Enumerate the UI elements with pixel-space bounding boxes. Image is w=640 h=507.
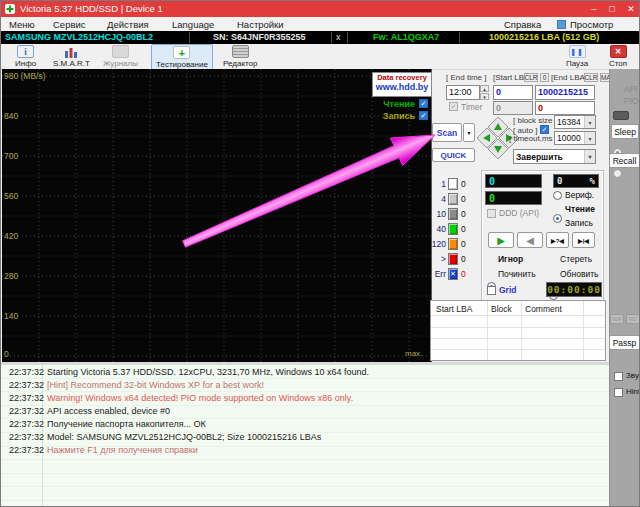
refresh-label: Обновить (560, 269, 599, 279)
toolbar-smart-button[interactable]: S.M.A.R.T (53, 45, 90, 68)
quick-button[interactable]: QUICK (432, 148, 475, 162)
ddd-checkbox[interactable] (487, 209, 496, 218)
pio-label: PIO (624, 96, 639, 106)
minimize-button[interactable]: – (585, 1, 603, 17)
device-firmware: Fw: AL1QGXA7 (373, 32, 439, 42)
col-block[interactable]: Block (491, 304, 512, 314)
defect-table[interactable]: Start LBA Block Comment (430, 300, 606, 361)
device-info-bar: SAMSUNG MZVL2512HCJQ-00BL2 SN: S64JNF0R3… (1, 31, 640, 44)
menu-item-settings[interactable]: Настройки (237, 19, 284, 30)
scan-button[interactable]: Scan (432, 123, 462, 142)
block-size-select[interactable]: 16384 ▾ (554, 115, 596, 129)
timer-checkbox[interactable]: ✓ (449, 102, 458, 111)
ytick-0: 0 (4, 349, 9, 359)
toolbar-pause-button[interactable]: ❚❚ Пауза (566, 45, 588, 68)
device-close-button[interactable]: x (336, 32, 341, 42)
grade-max-swatch (448, 253, 458, 265)
device-capacity: 1000215216 LBA (512 GB) (489, 32, 599, 42)
recall-button[interactable]: Recall (609, 153, 640, 168)
ytick-560: 560 (4, 191, 18, 201)
title-bar: Victoria 5.37 HDD/SSD | Device 1 – □ ✕ (1, 1, 640, 17)
hints-checkbox[interactable] (614, 388, 623, 397)
victoria-window: Victoria 5.37 HDD/SSD | Device 1 – □ ✕ М… (0, 0, 640, 507)
maximize-button[interactable]: □ (603, 1, 621, 17)
scan-dropdown-button[interactable]: ▾ (463, 123, 475, 142)
timeout-select[interactable]: 10000 ▾ (554, 131, 596, 145)
ignore-label: Игнор (498, 254, 523, 264)
log-row: 22:37:32API access enabled, device #0 (1, 406, 609, 419)
log-area[interactable]: 22:37:32Starting Victoria 5.37 HDD/SSD. … (1, 365, 609, 507)
combo-arrow-icon: ▾ (584, 150, 595, 163)
grade-4-swatch (448, 193, 458, 205)
log-row: 22:37:32Warning! Windows x64 detected! P… (1, 393, 609, 406)
start-lba-zero-button[interactable]: 0 (540, 73, 549, 82)
timeout-label: [ timeout,ms ] (509, 134, 557, 143)
activity-led (613, 111, 629, 120)
end-time-spinner[interactable]: ▴ ▾ (480, 85, 489, 100)
menu-item-help[interactable]: Справка (504, 19, 541, 30)
toolbar-info-button[interactable]: i Инфо (15, 45, 36, 68)
spinner-down-icon[interactable]: ▾ (480, 93, 489, 100)
toolbar-test-button[interactable]: + Тестирование (151, 44, 213, 71)
legend-read-label: Чтение (355, 99, 415, 109)
menu-item-service[interactable]: Сервис (53, 19, 86, 30)
grade-err-swatch: ✕ (448, 268, 458, 280)
back-button[interactable]: ◀ (517, 232, 543, 248)
combo-arrow-icon: ▾ (584, 132, 595, 144)
grade-1-swatch (448, 178, 458, 190)
after-action-select[interactable]: Завершить ▾ (513, 149, 596, 164)
end-time-label: [ End time ] (446, 73, 486, 82)
pio-radio[interactable] (613, 169, 622, 178)
position-lcd: 0 (485, 174, 542, 188)
start-lba-clr-button[interactable]: CLR (524, 73, 538, 82)
watermark-line1: Data recovery (373, 73, 431, 82)
log-row: 22:37:32Starting Victoria 5.37 HDD/SSD. … (1, 367, 609, 380)
col-comment[interactable]: Comment (525, 304, 562, 314)
ytick-140: 140 (4, 311, 18, 321)
ddd-label: DDD (API) (499, 208, 539, 218)
end-time-input[interactable]: 12:00 (446, 85, 480, 100)
toolbar-stop-button[interactable]: ✕ Стоп (609, 45, 627, 68)
grade-120-swatch (448, 238, 458, 250)
stop-icon: ✕ (610, 45, 627, 58)
info-icon: i (17, 45, 34, 58)
watermark-line2: www.hdd.by (373, 82, 431, 93)
remaining-input[interactable]: 0 (535, 101, 595, 115)
jump-button[interactable]: ▶?◀ (546, 232, 569, 248)
toolbar-editor-button[interactable]: Редактор (223, 45, 257, 68)
menu-item-actions[interactable]: Действия (107, 19, 149, 30)
menu-item-menu[interactable]: Меню (9, 19, 35, 30)
grid-checkbox[interactable] (487, 286, 496, 295)
close-button[interactable]: ✕ (621, 1, 640, 17)
max-label: max. (405, 349, 422, 358)
verify-radio[interactable] (553, 191, 562, 200)
start-test-button[interactable]: ▶ (488, 232, 514, 248)
log-row: 22:37:32Model: SAMSUNG MZVL2512HCJQ-00BL… (1, 432, 609, 445)
col-start-lba[interactable]: Start LBA (436, 304, 472, 314)
end-lba-input[interactable]: 1000215215 (535, 85, 595, 100)
block-size-label: [ block size ] (513, 116, 557, 125)
combo-arrow-icon: ▾ (584, 116, 595, 128)
sleep-button[interactable]: Sleep (611, 124, 639, 139)
read-radio[interactable] (553, 214, 562, 223)
legend-write-checkbox[interactable]: ✓ (419, 111, 428, 120)
start-lba-input[interactable]: 0 (493, 85, 533, 100)
verify-label: Вериф. (565, 190, 594, 200)
elapsed-time-lcd: 00:00:00 (546, 282, 602, 297)
menu-item-language[interactable]: Language (172, 19, 214, 30)
end-lba-clr-button[interactable]: CLR (584, 73, 598, 82)
ytick-280: 280 (4, 271, 18, 281)
sound-checkbox[interactable] (614, 372, 623, 381)
spinner-up-icon[interactable]: ▴ (480, 85, 489, 92)
legend-read-checkbox[interactable]: ✓ (419, 99, 428, 108)
smart-chart-icon (63, 45, 80, 58)
auto-checkbox[interactable]: ✓ (540, 125, 549, 134)
log-row: 22:37:32Получение паспорта накопителя...… (1, 419, 609, 432)
ytick-420: 420 (4, 231, 18, 241)
grade-10-swatch (448, 208, 458, 220)
passp-button[interactable]: Passp (609, 335, 640, 350)
end-lba-label: [End LBA] (551, 73, 587, 82)
erase-label: Стереть (560, 254, 592, 264)
watermark-hdd-by: Data recovery www.hdd.by (372, 72, 432, 97)
jump-end-button[interactable]: ▶|◀ (572, 232, 595, 248)
